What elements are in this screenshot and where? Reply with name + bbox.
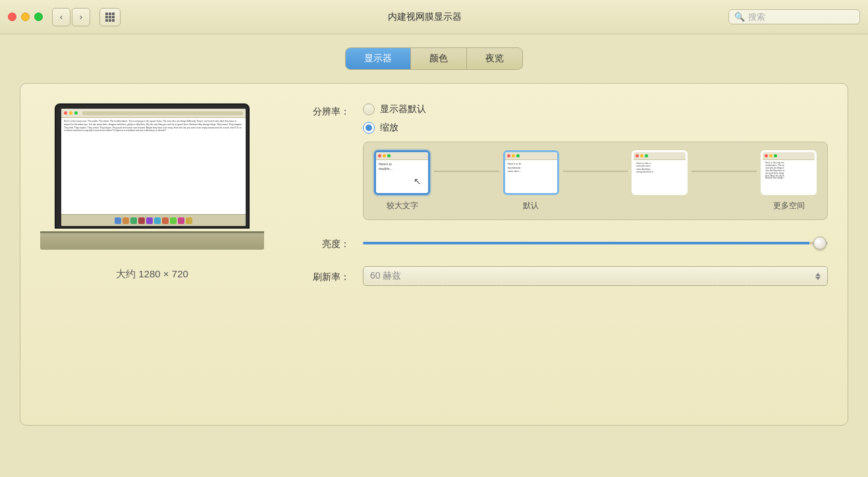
nav-buttons: ‹ › [52, 8, 90, 26]
refresh-label: 刷新率： [297, 271, 350, 283]
dock-icon-5 [146, 217, 153, 224]
svg-rect-3 [105, 16, 108, 18]
main-content: 显示器 颜色 夜览 [0, 34, 868, 439]
scale-default-text: Here's to thtroublemakones who... [505, 160, 557, 195]
close-button[interactable] [8, 13, 16, 21]
svg-rect-4 [109, 16, 111, 18]
svg-rect-0 [105, 13, 108, 15]
scale-options-container: Here's totroublm... ↖ 较大文字 [363, 142, 828, 220]
scale-larger[interactable]: Here's totroublm... ↖ 较大文字 [374, 150, 430, 211]
screen-document-text: Here's to the crazy ones. The misfits. T… [64, 120, 243, 132]
dock-icon-9 [178, 217, 184, 224]
traffic-lights [8, 13, 43, 21]
sp-dot-g-2 [516, 154, 520, 157]
radio-scaled-inner [366, 125, 372, 131]
search-box[interactable]: 🔍 [728, 9, 860, 24]
sp-dot-y-2 [512, 154, 515, 157]
resolution-radio-default[interactable]: 显示器默认 [363, 103, 828, 115]
laptop-hinge [40, 231, 264, 233]
svg-rect-6 [105, 19, 108, 22]
brightness-thumb[interactable] [813, 237, 827, 250]
screen-max-dot [74, 111, 78, 115]
refresh-arrows [815, 273, 821, 280]
maximize-button[interactable] [34, 13, 43, 21]
dock-icon-8 [170, 217, 176, 224]
dock-icon-10 [186, 217, 192, 224]
titlebar: ‹ › 内建视网膜显示器 🔍 [0, 0, 868, 34]
refresh-value: 60 赫兹 [370, 270, 815, 282]
sp-dot-r-4 [765, 154, 768, 157]
screen-toolbar [82, 111, 243, 115]
scale-spacer-3 [692, 171, 757, 172]
brightness-setting: 亮度： [297, 236, 828, 250]
arrow-down-icon [815, 277, 821, 280]
svg-rect-8 [112, 19, 115, 22]
laptop-preview-section: Here's to the crazy ones. The misfits. T… [40, 103, 264, 405]
screen-close-dot [64, 111, 67, 115]
resolution-content: 显示器默认 缩放 [363, 103, 828, 220]
sp-dot-g-4 [774, 154, 777, 157]
laptop-base [40, 233, 264, 250]
scale-more-2-label: 更多空间 [773, 200, 805, 211]
scale-default-preview: Here's to thtroublemakones who... [503, 150, 559, 195]
scale-spacer-2 [563, 171, 628, 172]
tab-night[interactable]: 夜览 [467, 48, 522, 69]
svg-rect-2 [112, 13, 115, 15]
resolution-label: 分辨率： [297, 106, 350, 118]
display-panel: Here's to the crazy ones. The misfits. T… [20, 83, 848, 426]
sp-dot-y-1 [383, 154, 386, 157]
brightness-slider-container[interactable] [363, 237, 828, 250]
search-input[interactable] [748, 12, 854, 22]
scale-larger-label: 较大文字 [387, 200, 418, 211]
dock-icon-2 [122, 217, 129, 224]
sp-dot-r-1 [378, 154, 381, 157]
brightness-label: 亮度： [297, 238, 350, 250]
search-icon: 🔍 [734, 12, 745, 22]
screen-dock [61, 214, 246, 226]
scale-default-label: 默认 [523, 200, 539, 211]
scale-preview-bar-3 [634, 152, 686, 160]
svg-rect-5 [112, 16, 115, 18]
arrow-up-icon [815, 273, 821, 276]
laptop-size-label: 大约 1280 × 720 [116, 268, 188, 281]
radio-scaled-label: 缩放 [380, 122, 398, 134]
refresh-select[interactable]: 60 赫兹 [363, 266, 828, 286]
sp-dot-g-3 [645, 154, 648, 157]
screen-min-dot [69, 111, 72, 115]
minimize-button[interactable] [21, 13, 30, 21]
tabs-container: 显示器 颜色 夜览 [20, 47, 848, 70]
scale-preview-bar-2 [505, 152, 557, 160]
sp-dot-r-3 [636, 154, 639, 157]
dock-icon-1 [115, 217, 121, 224]
scale-default[interactable]: Here's to thtroublemakones who... 默认 [503, 150, 559, 211]
svg-rect-7 [109, 19, 111, 22]
tab-color[interactable]: 颜色 [411, 48, 467, 69]
nav-back-button[interactable]: ‹ [52, 8, 70, 26]
brightness-track [363, 242, 828, 244]
screen-app-bar [61, 109, 246, 118]
resolution-radio-scaled[interactable]: 缩放 [363, 122, 828, 134]
scale-more-1[interactable]: Here's to the crones who see trules. And… [632, 150, 688, 211]
scale-more-2-preview: Here's to the crazy onetroublemakers. Th… [761, 150, 817, 195]
scale-spacer-1 [434, 171, 499, 172]
refresh-setting: 刷新率： 60 赫兹 [297, 266, 828, 286]
scale-preview-bar-1 [376, 152, 428, 160]
sp-dot-r-2 [507, 154, 510, 157]
resolution-setting: 分辨率： 显示器默认 缩放 [297, 103, 828, 220]
sp-dot-y-3 [640, 154, 643, 157]
radio-default-circle [363, 103, 375, 115]
dock-icon-7 [162, 217, 169, 224]
radio-scaled-circle [363, 122, 375, 134]
scale-more-1-preview: Here's to the crones who see trules. And… [632, 150, 688, 195]
scale-more-2[interactable]: Here's to the crazy onetroublemakers. Th… [761, 150, 817, 211]
nav-forward-button[interactable]: › [72, 8, 90, 26]
grid-view-button[interactable] [99, 8, 121, 26]
settings-section: 分辨率： 显示器默认 缩放 [297, 103, 828, 405]
scale-more-2-text: Here's to the crazy onetroublemakers. Th… [763, 160, 815, 195]
scale-larger-preview: Here's totroublm... ↖ [374, 150, 430, 195]
tab-display[interactable]: 显示器 [346, 48, 411, 69]
tab-group: 显示器 颜色 夜览 [345, 47, 523, 70]
cursor-icon: ↖ [414, 176, 421, 186]
scale-more-1-text: Here's to the crones who see trules. And… [634, 160, 686, 195]
dock-icon-3 [130, 217, 137, 224]
